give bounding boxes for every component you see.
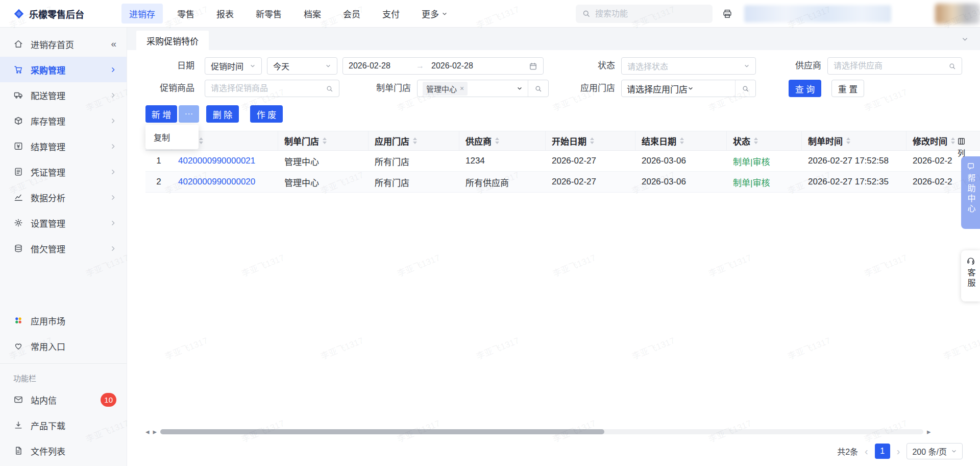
sidebar-item-inbox[interactable]: 站内信 10 xyxy=(0,387,127,412)
reset-button[interactable]: 重 置 xyxy=(831,80,864,97)
scroll-right-end-icon[interactable]: ▸ xyxy=(927,428,931,435)
sidebar-item-analytics[interactable]: 数据分析 xyxy=(0,184,127,210)
prev-page-icon[interactable]: ‹ xyxy=(865,446,868,456)
sort-icon[interactable] xyxy=(323,137,327,144)
top-nav: 进销存 零售 报表 新零售 档案 会员 支付 更多 xyxy=(121,4,455,24)
th-order-store[interactable]: 制单门店 xyxy=(278,131,369,150)
cell-order-no[interactable]: 4020000990000021 xyxy=(172,156,278,166)
store-search-button[interactable] xyxy=(528,80,548,97)
promo-goods-input[interactable] xyxy=(211,84,323,93)
sidebar-item-voucher[interactable]: 凭证管理 xyxy=(0,159,127,184)
date-type-select[interactable]: 促销时间 xyxy=(205,57,262,75)
sidebar-item-distribution[interactable]: 配送管理 xyxy=(0,82,127,108)
tab-purchase-promo[interactable]: 采购促销特价 xyxy=(136,31,209,50)
scrollbar-track[interactable] xyxy=(160,429,923,434)
store-search-button[interactable] xyxy=(735,80,755,97)
customer-service-button[interactable]: 客服 xyxy=(961,250,980,301)
settlement-icon xyxy=(13,141,23,151)
chevron-right-icon xyxy=(110,194,116,201)
th-start-date[interactable]: 开始日期 xyxy=(546,131,635,150)
cell-order-store: 管理中心 xyxy=(278,155,369,168)
supplier-search-field[interactable] xyxy=(827,57,962,75)
top-nav-member[interactable]: 会员 xyxy=(335,4,368,24)
date-preset-select[interactable]: 今天 xyxy=(267,57,337,75)
sidebar-item-stock[interactable]: 库存管理 xyxy=(0,108,127,133)
calendar-icon[interactable] xyxy=(529,62,537,71)
next-page-icon[interactable]: › xyxy=(897,446,900,456)
top-nav-more[interactable]: 更多 xyxy=(414,4,455,24)
sidebar-item-label: 配送管理 xyxy=(31,89,110,102)
truck-icon xyxy=(13,90,23,100)
top-nav-payment[interactable]: 支付 xyxy=(375,4,407,24)
page-size-select[interactable]: 200 条/页 xyxy=(906,443,963,459)
order-store-select[interactable]: 管理中心 × xyxy=(417,80,549,97)
top-nav-inventory[interactable]: 进销存 xyxy=(121,4,163,24)
top-nav-report[interactable]: 报表 xyxy=(209,4,241,24)
sidebar-item-home[interactable]: 进销存首页 « xyxy=(0,31,127,57)
delete-button[interactable]: 删 除 xyxy=(206,105,239,123)
sort-icon[interactable] xyxy=(495,137,499,144)
start-date-input[interactable] xyxy=(349,61,409,71)
sidebar-item-product-download[interactable]: 产品下载 xyxy=(0,412,127,438)
sort-icon[interactable] xyxy=(754,137,758,144)
sort-icon[interactable] xyxy=(680,137,684,144)
global-search-input[interactable] xyxy=(595,9,706,18)
store-tag-label: 管理中心 xyxy=(426,83,457,94)
cell-order-no[interactable]: 4020000990000020 xyxy=(172,177,278,187)
scrollbar-thumb[interactable] xyxy=(160,429,604,434)
sidebar-item-label: 产品下载 xyxy=(31,419,116,432)
sidebar-item-app-market[interactable]: 应用市场 xyxy=(0,308,127,333)
table-row[interactable]: 1 4020000990000021 管理中心 所有门店 1234 2026-0… xyxy=(145,151,980,172)
sidebar-item-settings[interactable]: 设置管理 xyxy=(0,210,127,236)
void-button[interactable]: 作 废 xyxy=(250,105,283,123)
tag-close-icon[interactable]: × xyxy=(460,84,464,92)
copy-menu-item[interactable]: 复制 xyxy=(145,127,199,147)
apply-store-select[interactable]: 请选择应用门店 xyxy=(621,80,756,97)
page-1-button[interactable]: 1 xyxy=(875,444,890,459)
sort-icon[interactable] xyxy=(590,137,594,144)
status-select[interactable]: 请选择状态 xyxy=(621,57,756,75)
th-create-time[interactable]: 制单时间 xyxy=(802,131,906,150)
top-nav-retail[interactable]: 零售 xyxy=(169,4,202,24)
search-icon[interactable] xyxy=(326,85,333,92)
panel-collapse-icon[interactable] xyxy=(961,35,969,43)
search-icon[interactable] xyxy=(948,62,956,70)
scroll-left-icon[interactable]: ◂ xyxy=(145,428,150,435)
top-nav-archive[interactable]: 档案 xyxy=(296,4,329,24)
order-store-select-main[interactable]: 管理中心 × xyxy=(418,80,528,97)
end-date-input[interactable] xyxy=(431,61,492,71)
sidebar-item-purchase[interactable]: 采购管理 xyxy=(0,57,127,82)
sidebar-item-debt[interactable]: 借欠管理 xyxy=(0,236,127,261)
th-modify-time[interactable]: 修改时间 xyxy=(906,131,980,150)
th-supplier[interactable]: 供应商 xyxy=(459,131,546,150)
help-center-tab[interactable]: 帮助中心 xyxy=(961,156,980,229)
printer-icon[interactable] xyxy=(722,8,733,19)
query-button[interactable]: 查 询 xyxy=(789,80,821,97)
add-button[interactable]: 新 增 xyxy=(145,105,177,123)
date-range-input[interactable]: → xyxy=(342,57,544,75)
sidebar-item-settlement[interactable]: 结算管理 xyxy=(0,133,127,159)
scroll-right-icon[interactable]: ▸ xyxy=(153,428,157,435)
th-status[interactable]: 状态 xyxy=(727,131,802,150)
chevron-down-icon xyxy=(517,85,523,91)
supplier-input[interactable] xyxy=(834,61,945,71)
sort-icon[interactable] xyxy=(846,137,850,144)
promo-goods-search-field[interactable] xyxy=(205,80,339,97)
apply-store-filter-label: 应用门店 xyxy=(556,80,615,97)
collapse-sidebar-icon[interactable]: « xyxy=(111,38,116,50)
table-row[interactable]: 2 4020000990000020 管理中心 所有门店 所有供应商 2026-… xyxy=(145,172,980,193)
column-settings-button[interactable]: 列 xyxy=(957,137,966,158)
sidebar-item-favorites[interactable]: 常用入口 xyxy=(0,333,127,359)
promo-goods-filter-label: 促销商品 xyxy=(135,80,194,97)
global-search[interactable] xyxy=(576,5,713,23)
top-nav-new-retail[interactable]: 新零售 xyxy=(248,4,289,24)
sort-icon[interactable] xyxy=(413,137,417,144)
sort-icon[interactable] xyxy=(199,137,203,144)
more-actions-button[interactable]: ··· xyxy=(179,105,199,123)
sort-icon[interactable] xyxy=(951,137,955,144)
sidebar-item-file-list[interactable]: 文件列表 xyxy=(0,438,127,463)
apply-store-select-main[interactable]: 请选择应用门店 xyxy=(622,80,735,97)
user-avatar[interactable] xyxy=(935,4,980,24)
th-apply-store[interactable]: 应用门店 xyxy=(369,131,459,150)
th-end-date[interactable]: 结束日期 xyxy=(635,131,727,150)
